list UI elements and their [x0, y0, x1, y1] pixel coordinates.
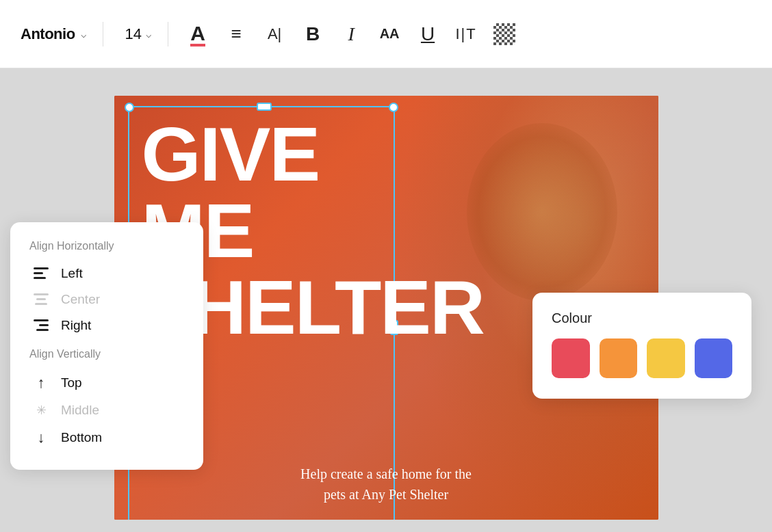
align-panel: Align Horizontally Left Center — [10, 222, 203, 470]
colour-swatch-yellow[interactable] — [647, 338, 685, 378]
main-text-line2: ME — [142, 193, 652, 269]
checkerboard-icon — [493, 23, 515, 45]
svg-rect-0 — [34, 267, 49, 269]
resize-handle-tl[interactable] — [125, 103, 134, 112]
text-align-button[interactable]: ≡ — [223, 21, 249, 47]
align-center-option[interactable]: Center — [29, 287, 184, 312]
svg-rect-1 — [34, 272, 43, 274]
svg-rect-4 — [36, 298, 46, 300]
colour-panel-title: Colour — [552, 310, 732, 326]
align-right-icon — [32, 319, 50, 332]
tracking-icon: I|T — [455, 25, 476, 43]
align-horizontal-title: Align Horizontally — [29, 240, 184, 252]
align-right-label: Right — [61, 318, 91, 333]
divider-1 — [103, 22, 103, 46]
checkerboard-button[interactable] — [491, 21, 517, 47]
underline-icon: U — [421, 23, 435, 45]
svg-rect-5 — [35, 303, 47, 305]
align-center-label: Center — [61, 292, 100, 307]
main-text-line1: GIVE — [142, 116, 652, 193]
letter-spacing-icon: A| — [268, 25, 281, 43]
colour-panel: Colour — [532, 293, 751, 399]
align-middle-icon — [32, 403, 50, 418]
font-name-label: Antonio — [21, 25, 75, 43]
align-vertical-title: Align Vertically — [29, 348, 184, 360]
align-middle-option[interactable]: Middle — [29, 397, 184, 423]
align-middle-label: Middle — [61, 403, 99, 418]
colour-swatches-container — [552, 338, 732, 378]
align-top-option[interactable]: Top — [29, 369, 184, 397]
align-top-icon — [32, 374, 50, 392]
align-right-option[interactable]: Right — [29, 312, 184, 338]
underline-button[interactable]: U — [415, 21, 441, 47]
svg-rect-3 — [34, 293, 49, 295]
align-left-icon — [32, 267, 50, 280]
font-name-chevron-icon[interactable]: ⌵ — [81, 29, 86, 40]
colour-swatch-red[interactable] — [552, 338, 590, 378]
svg-rect-8 — [36, 329, 49, 331]
colour-swatch-blue[interactable] — [695, 338, 733, 378]
italic-button[interactable]: I — [338, 21, 364, 47]
subtitle-line2: pets at Any Pet Shelter — [114, 484, 658, 505]
align-center-icon — [32, 293, 50, 306]
canvas-area: GIVE ME SHELTER Help create a safe home … — [0, 68, 772, 532]
font-size-adjust-button[interactable]: AA — [376, 21, 402, 47]
resize-handle-tc[interactable] — [257, 103, 272, 111]
align-bottom-icon — [32, 429, 50, 447]
italic-icon: I — [348, 23, 354, 45]
text-align-icon: ≡ — [231, 23, 241, 44]
letter-spacing-button[interactable]: A| — [261, 21, 287, 47]
font-size-adjust-icon: AA — [380, 26, 400, 42]
align-left-option[interactable]: Left — [29, 261, 184, 287]
font-size-selector[interactable]: 14 ⌵ — [125, 25, 151, 43]
align-left-label: Left — [61, 266, 83, 281]
svg-rect-2 — [34, 277, 46, 279]
svg-rect-7 — [39, 324, 49, 326]
bold-icon: B — [306, 23, 320, 45]
colour-swatch-orange[interactable] — [600, 338, 638, 378]
font-color-icon: A — [190, 22, 205, 46]
align-bottom-label: Bottom — [61, 430, 102, 445]
tracking-button[interactable]: I|T — [453, 21, 479, 47]
font-selector[interactable]: Antonio ⌵ — [21, 25, 86, 43]
divider-2 — [168, 22, 168, 46]
resize-handle-tr[interactable] — [389, 103, 398, 112]
font-color-button[interactable]: A — [185, 21, 211, 47]
font-size-chevron-icon[interactable]: ⌵ — [146, 29, 151, 40]
subtitle-text[interactable]: Help create a safe home for the pets at … — [114, 464, 658, 505]
toolbar: Antonio ⌵ 14 ⌵ A ≡ A| B I AA U I|T — [0, 0, 772, 68]
bold-button[interactable]: B — [300, 21, 326, 47]
svg-rect-6 — [34, 319, 49, 321]
font-size-value: 14 — [125, 25, 142, 43]
align-bottom-option[interactable]: Bottom — [29, 423, 184, 452]
align-top-label: Top — [61, 375, 82, 390]
